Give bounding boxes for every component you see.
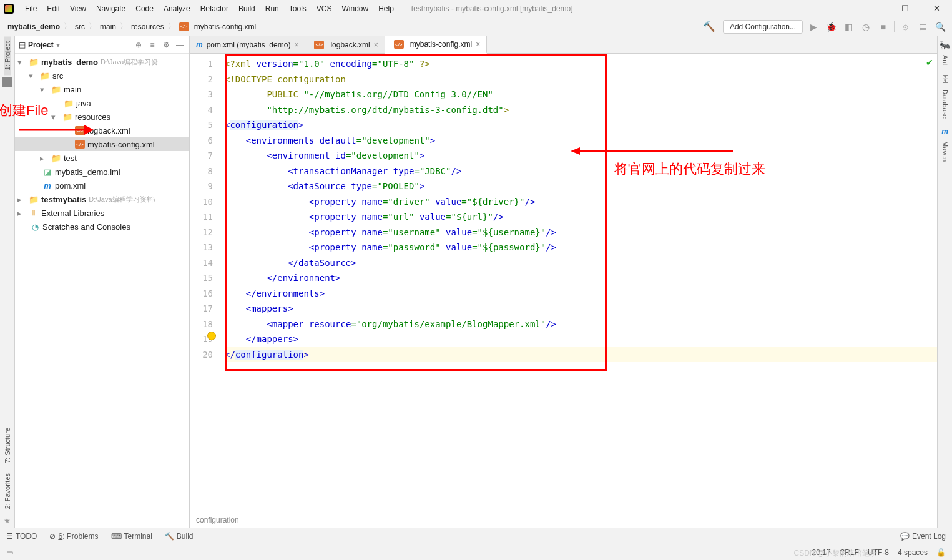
project-view-icon: ▤	[19, 41, 26, 49]
breadcrumb-main[interactable]: main	[97, 22, 119, 31]
tab-mybatis-config[interactable]: </>mybatis-config.xml×	[385, 36, 487, 54]
window-title: testmybatis - mybatis-config.xml [mybati…	[411, 4, 862, 13]
watermark: CSDN @小黎的培培笔录	[793, 548, 877, 559]
menu-build[interactable]: Build	[233, 0, 260, 17]
right-tab-database[interactable]: Database	[941, 84, 949, 124]
svg-marker-3	[571, 147, 580, 155]
project-pane: ▤ Project ▾ ⊕ ≡ ⚙ — ▾📁mybatis_demoD:\Jav…	[15, 36, 190, 528]
arrow-left-icon	[19, 122, 94, 137]
breadcrumb-file[interactable]: mybatis-config.xml	[192, 22, 258, 31]
editor-area: mpom.xml (mybatis_demo)× </>logback.xml×…	[190, 36, 937, 528]
database-icon: 🗄	[941, 74, 950, 84]
annotation-copy-code: 将官网上的代码复制过来	[614, 160, 765, 179]
left-tab-project[interactable]: 1: Project	[4, 36, 11, 75]
menu-bar: File Edit View Navigate Code Analyze Ref…	[0, 0, 952, 17]
expand-all-icon[interactable]: ≡	[147, 39, 158, 51]
tree-iml[interactable]: ◪mybatis_demo.iml	[15, 165, 189, 179]
project-label[interactable]: Project	[28, 41, 54, 49]
close-button[interactable]: ✕	[925, 1, 948, 16]
bottom-event-log[interactable]: 💬Event Log	[900, 532, 946, 541]
bottom-build[interactable]: 🔨Build	[165, 532, 194, 541]
select-opened-icon[interactable]: ⊕	[133, 39, 144, 51]
maximize-button[interactable]: ☐	[893, 1, 917, 16]
debug-icon[interactable]: 🐞	[824, 20, 838, 34]
coverage-icon[interactable]: ◧	[842, 20, 855, 34]
bottom-problems[interactable]: ⊘6: Problems	[49, 532, 98, 541]
menu-view[interactable]: View	[65, 0, 91, 17]
app-logo-icon	[4, 4, 14, 14]
tree-src[interactable]: ▾📁src	[15, 69, 189, 82]
close-icon[interactable]: ×	[476, 40, 480, 49]
menu-file[interactable]: File	[20, 0, 42, 17]
close-icon[interactable]: ×	[294, 41, 298, 49]
tab-logback[interactable]: </>logback.xml×	[305, 36, 385, 53]
navigation-bar: mybatis_demo 〉 src 〉 main 〉 resources 〉 …	[0, 17, 952, 36]
status-indent[interactable]: 4 spaces	[898, 548, 928, 557]
build-icon[interactable]: 🔨	[699, 21, 719, 32]
ant-icon: 🐜	[940, 40, 950, 50]
maven-icon: m	[941, 127, 948, 136]
left-tab-structure[interactable]: 7: Structure	[4, 423, 11, 468]
tree-testmybatis[interactable]: ▸📁testmybatisD:\Java编程学习资料\	[15, 192, 189, 206]
tree-scratches[interactable]: ◔Scratches and Consoles	[15, 220, 189, 233]
tree-ext-lib[interactable]: ▸⫴External Libraries	[15, 206, 189, 220]
bottom-terminal[interactable]: ⌨Terminal	[111, 532, 152, 541]
menu-refactor[interactable]: Refactor	[195, 0, 233, 17]
menu-help[interactable]: Help	[373, 0, 399, 17]
annotation-create-file: 创建File	[0, 101, 48, 120]
search-icon[interactable]: 🔍	[933, 20, 947, 34]
tree-test[interactable]: ▸📁test	[15, 151, 189, 165]
intention-bulb-icon[interactable]	[207, 332, 216, 340]
dropdown-icon[interactable]: ▾	[56, 41, 60, 49]
editor-tabs: mpom.xml (mybatis_demo)× </>logback.xml×…	[190, 36, 937, 54]
gutter[interactable]: 1234567891011121314151617181920	[190, 54, 218, 514]
add-configuration-button[interactable]: Add Configuration...	[723, 20, 803, 34]
menu-navigate[interactable]: Navigate	[91, 0, 130, 17]
code-editor[interactable]: <?xml version="1.0" encoding="UTF-8" ?> …	[218, 54, 937, 514]
close-icon[interactable]: ×	[374, 41, 378, 49]
inspection-ok-icon[interactable]: ✔	[926, 57, 933, 67]
right-tab-maven[interactable]: Maven	[941, 136, 949, 167]
svg-marker-1	[84, 125, 94, 135]
xml-file-icon: </>	[179, 22, 189, 31]
tab-pom[interactable]: mpom.xml (mybatis_demo)×	[190, 36, 305, 53]
menu-edit[interactable]: Edit	[42, 0, 65, 17]
tree-main[interactable]: ▾📁main	[15, 82, 189, 96]
menu-vcs[interactable]: VCS	[312, 0, 337, 17]
profile-icon[interactable]: ◷	[859, 20, 873, 34]
star-icon: ★	[1, 514, 13, 528]
bottom-tool-bar: ☰TODO ⊘6: Problems ⌨Terminal 🔨Build 💬Eve…	[0, 528, 952, 544]
breadcrumb-root[interactable]: mybatis_demo	[5, 22, 62, 31]
menu-tools[interactable]: Tools	[284, 0, 312, 17]
menu-window[interactable]: Window	[336, 0, 373, 17]
tree-root[interactable]: ▾📁mybatis_demoD:\Java编程学习资	[15, 55, 189, 69]
editor-breadcrumb[interactable]: configuration	[190, 514, 937, 528]
minimize-button[interactable]: —	[862, 1, 886, 16]
right-tab-ant[interactable]: Ant	[941, 50, 949, 71]
status-bar: ▭ 20:17 CRLF UTF-8 4 spaces 🔓 CSDN @小黎的培…	[0, 544, 952, 560]
git-icon[interactable]: ⎋	[898, 20, 912, 34]
tree-mybatis-config[interactable]: </>mybatis-config.xml	[15, 137, 189, 151]
stop-icon[interactable]: ■	[876, 20, 890, 34]
right-tool-strip: 🐜 Ant 🗄 Database m Maven	[937, 36, 952, 528]
menu-code[interactable]: Code	[130, 0, 159, 17]
structure-icon[interactable]: ▤	[916, 20, 930, 34]
breadcrumb-resources[interactable]: resources	[129, 22, 167, 31]
menu-run[interactable]: Run	[260, 0, 284, 17]
arrow-right-icon	[571, 146, 733, 156]
left-tab-favorites[interactable]: 2: Favorites	[4, 468, 11, 514]
status-hint-icon[interactable]: ▭	[6, 548, 13, 557]
run-icon[interactable]: ▶	[807, 20, 820, 34]
bookmark-icon[interactable]	[2, 77, 12, 87]
breadcrumb-src[interactable]: src	[72, 22, 87, 31]
collapse-all-icon[interactable]: ⚙	[160, 39, 172, 51]
bottom-todo[interactable]: ☰TODO	[6, 532, 37, 541]
menu-analyze[interactable]: Analyze	[159, 0, 195, 17]
tree-pom[interactable]: mpom.xml	[15, 179, 189, 192]
status-lock-icon[interactable]: 🔓	[936, 548, 946, 557]
hide-icon[interactable]: —	[174, 39, 185, 51]
